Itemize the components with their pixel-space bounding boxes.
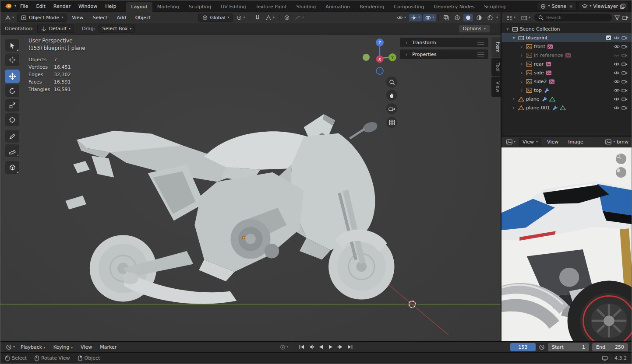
gizmo-z-label[interactable]: Z bbox=[378, 41, 381, 45]
scene-unlink-icon[interactable]: × bbox=[568, 4, 574, 9]
npanel-tab-item[interactable]: Item bbox=[491, 37, 501, 57]
preview-range-icon[interactable] bbox=[539, 344, 545, 350]
eye-closed-icon[interactable] bbox=[614, 52, 620, 58]
next-keyframe-button[interactable] bbox=[336, 343, 345, 351]
tool-annotate[interactable] bbox=[5, 130, 20, 143]
expand-arrow[interactable]: › bbox=[519, 44, 524, 49]
shading-chevron-icon[interactable]: ▾ bbox=[496, 16, 498, 19]
tab-compositing[interactable]: Compositing bbox=[389, 2, 429, 12]
ortho-perspective-button[interactable] bbox=[386, 117, 397, 128]
npanel-tab-view[interactable]: View bbox=[491, 77, 501, 97]
show-object-types-button[interactable]: ▾ bbox=[395, 14, 408, 21]
camera-view-button[interactable] bbox=[386, 103, 397, 114]
outliner-editor-type-button[interactable]: ▾ bbox=[505, 14, 517, 21]
search-input[interactable] bbox=[546, 15, 608, 20]
tool-transform[interactable] bbox=[5, 113, 20, 126]
tool-move[interactable] bbox=[5, 70, 20, 83]
tab-rendering[interactable]: Rendering bbox=[355, 2, 389, 12]
tool-measure[interactable] bbox=[5, 144, 20, 158]
proportional-editing-toggle[interactable] bbox=[282, 14, 292, 21]
eye-icon[interactable] bbox=[614, 88, 620, 93]
end-frame-field[interactable]: End 250 bbox=[592, 343, 628, 351]
shading-rendered-button[interactable] bbox=[485, 14, 495, 21]
transform-orientation-dropdown[interactable]: Global ▾ bbox=[198, 14, 233, 22]
expand-arrow[interactable]: › bbox=[511, 105, 516, 110]
camera-icon[interactable] bbox=[621, 79, 628, 84]
menu-help[interactable]: Help bbox=[101, 2, 120, 10]
scene-selector[interactable]: ▾ Scene × bbox=[537, 2, 577, 10]
camera-icon[interactable] bbox=[621, 52, 628, 58]
image-datablock-selector[interactable]: ▾ bmw bbox=[605, 139, 628, 145]
new-collection-icon[interactable] bbox=[622, 15, 628, 21]
outliner-row-side[interactable]: › side bbox=[501, 68, 632, 77]
camera-icon[interactable] bbox=[621, 44, 628, 49]
shading-solid-button[interactable] bbox=[463, 14, 473, 21]
camera-icon[interactable] bbox=[621, 70, 628, 76]
npanel-properties-section[interactable]: › Properties bbox=[400, 49, 488, 59]
tab-layout[interactable]: Layout bbox=[126, 2, 152, 12]
zoom-button[interactable] bbox=[386, 77, 397, 88]
blender-logo-icon[interactable] bbox=[3, 2, 13, 10]
outliner-row-side2[interactable]: › side2 bbox=[501, 77, 632, 86]
tab-texture-paint[interactable]: Texture Paint bbox=[251, 2, 292, 12]
editor-type-button[interactable]: ▾ bbox=[3, 14, 16, 21]
npanel-tab-tool[interactable]: Tool bbox=[491, 58, 501, 76]
menu-object[interactable]: Object bbox=[131, 14, 155, 22]
tool-select-box[interactable] bbox=[5, 38, 20, 52]
outliner-row-irl-reference[interactable]: › irl reference bbox=[501, 51, 632, 60]
snap-toggle[interactable] bbox=[253, 14, 262, 21]
image-mode-dropdown[interactable]: View ▾ bbox=[519, 138, 541, 146]
snap-target-button[interactable]: ▾ bbox=[264, 14, 276, 21]
pan-button[interactable] bbox=[386, 90, 397, 101]
outliner-row-plane-001[interactable]: › plane.001 bbox=[501, 103, 632, 112]
expand-arrow[interactable]: › bbox=[519, 88, 524, 93]
shading-wireframe-button[interactable] bbox=[452, 14, 462, 21]
camera-icon[interactable] bbox=[621, 61, 628, 67]
expand-arrow[interactable]: ▾ bbox=[505, 27, 510, 32]
image-zoom-button[interactable] bbox=[616, 154, 626, 164]
orientation-default-dropdown[interactable]: Default ▾ bbox=[37, 24, 74, 33]
image-pan-button[interactable] bbox=[616, 167, 626, 178]
tab-uv-editing[interactable]: UV Editing bbox=[216, 2, 251, 12]
options-button[interactable]: Options ▾ bbox=[459, 24, 490, 33]
viewlayer-selector[interactable]: ▾ ViewLayer bbox=[579, 2, 629, 10]
viewport-canvas[interactable]: User Perspective (153) blueprint | plane… bbox=[0, 35, 501, 341]
overlays-button[interactable]: ▾ bbox=[423, 14, 436, 21]
drag-mode-dropdown[interactable]: Select Box ▾ bbox=[99, 24, 135, 33]
gizmo-x-label[interactable]: X bbox=[378, 57, 381, 62]
mode-dropdown[interactable]: Object Mode ▾ bbox=[17, 14, 67, 22]
menu-view[interactable]: View bbox=[68, 14, 87, 22]
pivot-point-button[interactable]: ▾ bbox=[234, 14, 247, 21]
eye-icon[interactable] bbox=[614, 44, 620, 49]
expand-arrow[interactable]: › bbox=[519, 53, 524, 58]
tool-add-cube[interactable] bbox=[5, 161, 20, 174]
menu-edit[interactable]: Edit bbox=[32, 2, 49, 10]
auto-keying-toggle[interactable]: ▾ bbox=[278, 343, 290, 351]
current-frame-field[interactable]: 153 bbox=[510, 343, 536, 351]
tool-scale[interactable] bbox=[5, 98, 20, 112]
image-menu-view[interactable]: View bbox=[543, 138, 562, 146]
menu-file[interactable]: File bbox=[16, 2, 32, 10]
playback-menu[interactable]: Playback ▾ bbox=[17, 343, 49, 351]
xray-toggle[interactable] bbox=[441, 14, 451, 21]
camera-icon[interactable] bbox=[621, 88, 628, 93]
expand-arrow[interactable]: › bbox=[519, 62, 524, 66]
jump-to-start-button[interactable] bbox=[298, 343, 306, 351]
camera-icon[interactable] bbox=[621, 105, 628, 111]
jump-to-end-button[interactable] bbox=[346, 343, 354, 351]
outliner-row-scene-collection[interactable]: ▾ Scene Collection bbox=[501, 24, 632, 33]
image-menu-image[interactable]: Image bbox=[564, 138, 587, 146]
outliner-row-rear[interactable]: › rear bbox=[501, 60, 632, 68]
outliner-row-front[interactable]: › front bbox=[501, 42, 632, 51]
menu-window[interactable]: Window bbox=[74, 2, 101, 10]
outliner-row-plane[interactable]: › plane bbox=[501, 94, 632, 103]
gizmo-y-label[interactable]: Y bbox=[391, 56, 394, 60]
tool-rotate[interactable] bbox=[5, 84, 20, 98]
menu-render[interactable]: Render bbox=[49, 2, 74, 10]
keying-menu[interactable]: Keying ▾ bbox=[49, 343, 77, 351]
navigation-gizmo[interactable]: Z Y X bbox=[362, 37, 397, 75]
collection-checkbox[interactable] bbox=[606, 35, 612, 41]
outliner-display-mode-button[interactable]: ▾ bbox=[519, 14, 532, 21]
image-editor-canvas[interactable] bbox=[501, 147, 632, 341]
eye-icon[interactable] bbox=[614, 105, 620, 111]
